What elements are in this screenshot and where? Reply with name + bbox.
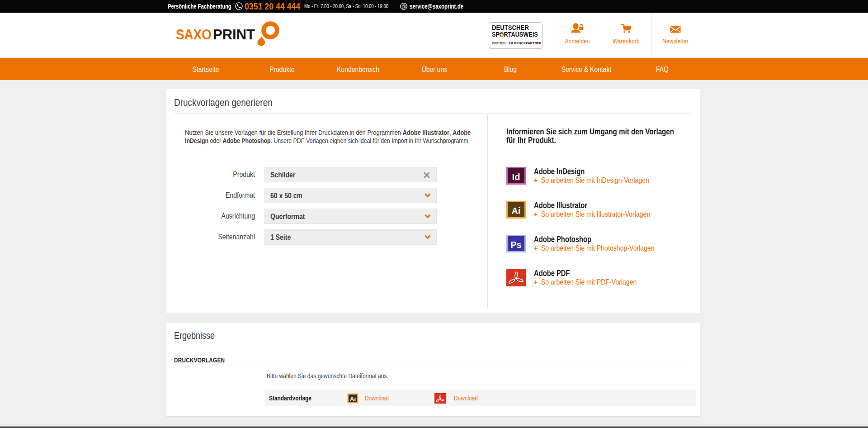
- svg-text:Ai: Ai: [350, 395, 356, 402]
- svg-text:Ai: Ai: [512, 206, 521, 216]
- svg-text:Ps: Ps: [510, 240, 521, 250]
- svg-text:@: @: [401, 4, 406, 9]
- svg-text:Id: Id: [512, 172, 520, 182]
